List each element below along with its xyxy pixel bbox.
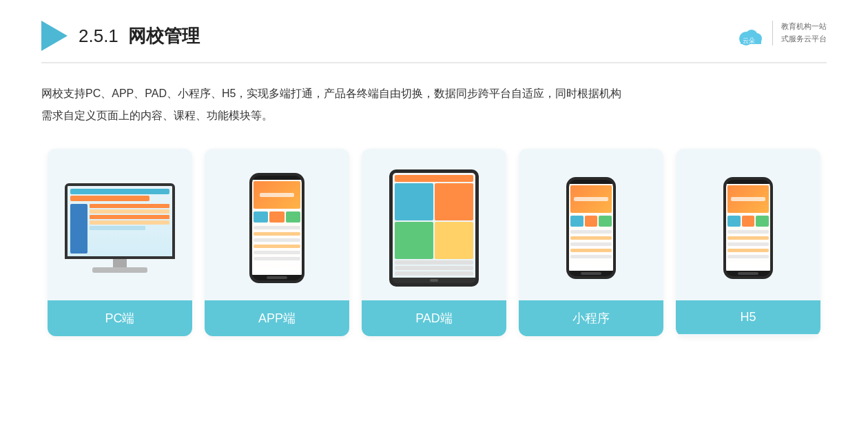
card-h5-label: H5 <box>676 300 820 334</box>
pc-base <box>92 267 147 273</box>
tablet-rows <box>395 260 473 276</box>
phone-screen-app <box>252 180 302 275</box>
tablet-home-button <box>393 278 475 283</box>
brand-text: 教育机构一站 式服务云平台 <box>781 21 827 45</box>
device-phone-app <box>249 173 304 283</box>
pc-bar-top <box>70 189 169 194</box>
device-tablet <box>389 169 479 287</box>
description: 网校支持PC、APP、PAD、小程序、H5，实现多端打通，产品各终端自由切换，数… <box>41 83 827 127</box>
description-line1: 网校支持PC、APP、PAD、小程序、H5，实现多端打通，产品各终端自由切换，数… <box>41 83 827 105</box>
card-app: APP端 <box>205 149 349 336</box>
card-h5-image <box>676 149 820 300</box>
page-title: 2.5.1 网校管理 <box>79 24 200 48</box>
card-pad-label: PAD端 <box>362 300 506 336</box>
pc-sidebar <box>70 204 87 254</box>
phone-hero-h5 <box>727 185 769 213</box>
device-pc <box>65 183 175 273</box>
brand-cloud-icon: 云朵 <box>734 21 764 51</box>
card-pad: PAD端 <box>362 149 506 336</box>
phone-notch-miniapp <box>582 180 600 184</box>
phone-grid-h5 <box>727 216 769 227</box>
card-app-image <box>205 149 349 300</box>
phone-home-bar-app <box>267 276 287 279</box>
pc-neck <box>113 259 127 267</box>
cards-container: PC端 <box>41 149 827 336</box>
svg-text:云朵: 云朵 <box>743 37 755 44</box>
card-app-label: APP端 <box>205 300 349 336</box>
brand-area: 云朵 教育机构一站 式服务云平台 <box>734 21 827 51</box>
brand-divider <box>772 21 773 45</box>
pc-monitor <box>65 183 175 259</box>
device-phone-h5 <box>723 177 773 279</box>
header-left: 2.5.1 网校管理 <box>41 21 200 51</box>
pc-bar-hero <box>70 196 149 201</box>
card-pc-label: PC端 <box>48 300 192 336</box>
pc-screen-content <box>70 204 169 254</box>
phone-screen-h5 <box>726 184 770 271</box>
brand-tagline-1: 教育机构一站 <box>781 21 827 33</box>
phone-notch-app <box>267 176 287 180</box>
pc-main <box>90 204 169 254</box>
phone-hero-miniapp <box>570 185 612 213</box>
logo-triangle-icon <box>41 21 68 51</box>
card-pad-image <box>362 149 506 300</box>
card-miniapp-image <box>519 149 663 300</box>
phone-hero-app <box>254 181 300 209</box>
phone-notch-h5 <box>739 180 757 184</box>
tablet-grid <box>395 183 473 259</box>
phone-screen-miniapp <box>569 184 613 271</box>
tablet-top-bar <box>395 175 473 182</box>
brand-tagline-2: 式服务云平台 <box>781 33 827 45</box>
card-miniapp: 小程序 <box>519 149 663 336</box>
header: 2.5.1 网校管理 云朵 教育机构一站 式服务云平台 <box>41 21 827 63</box>
page: 2.5.1 网校管理 云朵 教育机构一站 式服务云平台 网校支持PC、APP、P… <box>0 0 868 434</box>
description-line2: 需求自定义页面上的内容、课程、功能模块等。 <box>41 105 827 127</box>
title-text: 网校管理 <box>128 25 200 46</box>
section-number: 2.5.1 <box>79 25 118 46</box>
pc-screen <box>68 186 172 256</box>
phone-grid-miniapp <box>570 216 612 227</box>
device-phone-miniapp <box>566 177 616 279</box>
card-pc-image <box>48 149 192 300</box>
card-miniapp-label: 小程序 <box>519 300 663 336</box>
phone-grid-app <box>254 211 300 223</box>
phone-home-bar-miniapp <box>581 272 601 275</box>
card-pc: PC端 <box>48 149 192 336</box>
tablet-screen <box>393 173 475 278</box>
card-h5: H5 <box>676 149 820 336</box>
phone-home-bar-h5 <box>738 272 758 275</box>
